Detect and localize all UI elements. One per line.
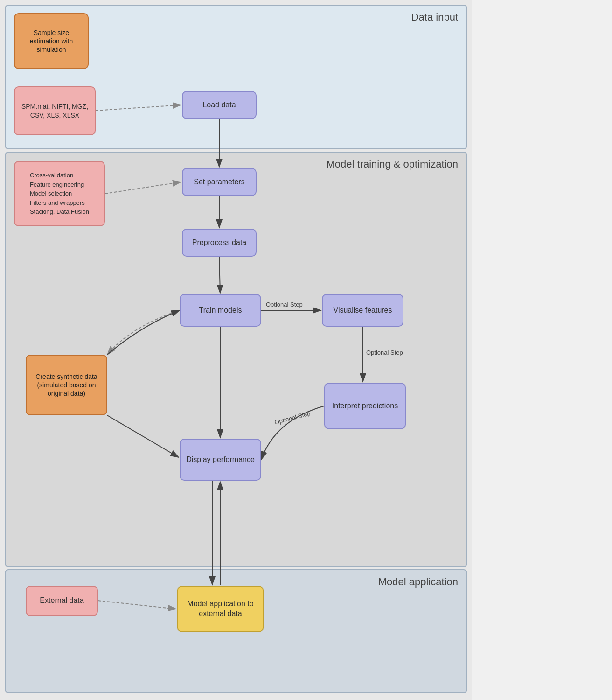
section-model-training-label: Model training & optimization bbox=[327, 158, 458, 170]
box-synthetic-data[interactable]: Create synthetic data (simulated based o… bbox=[26, 355, 107, 415]
box-display-performance[interactable]: Display performance bbox=[180, 439, 261, 481]
box-interpret-predictions[interactable]: Interpret predictions bbox=[324, 383, 406, 429]
box-preprocess[interactable]: Preprocess data bbox=[182, 229, 257, 257]
box-sample-size[interactable]: Sample size estimation with simulation bbox=[14, 13, 89, 69]
box-model-application[interactable]: Model application to external data bbox=[177, 586, 264, 632]
section-model-application-label: Model application bbox=[378, 576, 458, 588]
section-data-input-label: Data input bbox=[411, 11, 458, 23]
diagram-wrapper: Data input Model training & optimization… bbox=[0, 0, 472, 700]
box-load-data[interactable]: Load data bbox=[182, 91, 257, 119]
box-params-list: Cross-validation Feature engineering Mod… bbox=[14, 161, 105, 226]
box-formats: SPM.mat, NIFTI, MGZ, CSV, XLS, XLSX bbox=[14, 86, 96, 135]
box-set-params[interactable]: Set parameters bbox=[182, 168, 257, 196]
box-train-models[interactable]: Train models bbox=[180, 294, 261, 327]
box-external-data: External data bbox=[26, 586, 98, 616]
box-visualise-features[interactable]: Visualise features bbox=[322, 294, 403, 327]
